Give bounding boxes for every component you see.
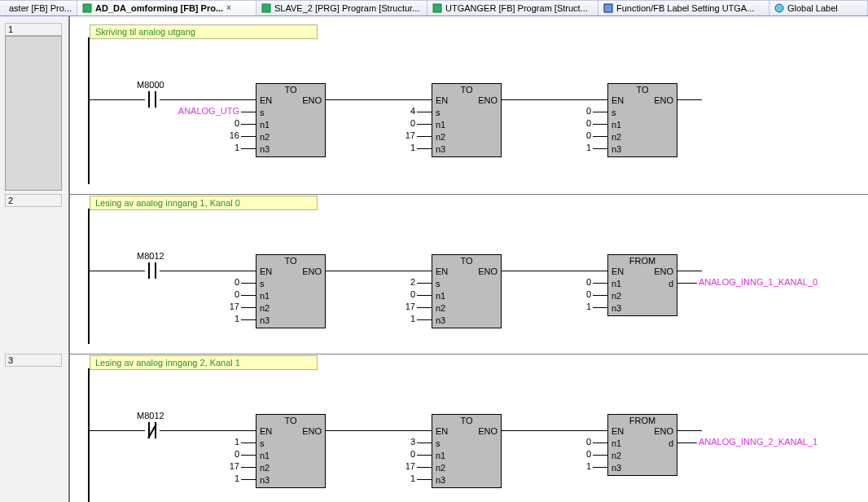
pin-value[interactable]: 17 (350, 461, 415, 471)
svg-rect-3 (433, 4, 441, 12)
rung-separator (70, 194, 868, 195)
function-block[interactable]: TOENENOsn1n2n3 (432, 83, 502, 157)
function-block[interactable]: TOENENOsn1n2n3 (607, 83, 677, 157)
pin-value[interactable]: 17 (174, 461, 239, 471)
wire (326, 430, 432, 431)
pin-value[interactable]: 1 (174, 473, 239, 483)
rung-label[interactable]: Lesing av analog inngang 2, Kanal 1 (90, 355, 318, 370)
fb-port-in: EN (612, 95, 624, 107)
function-block[interactable]: TOENENOsn1n2n3 (432, 414, 502, 488)
function-block[interactable]: TOENENOsn1n2n3 (432, 254, 502, 328)
fb-port-out: ENO (478, 95, 498, 107)
fb-port-out: d (669, 438, 673, 450)
fb-port-in: EN (436, 425, 448, 438)
pin-value[interactable]: 0 (526, 449, 591, 459)
function-block[interactable]: TOENENOsn1n2n3 (256, 254, 326, 328)
fb-port-in: n3 (436, 143, 445, 156)
tab-2[interactable]: SLAVE_2 [PRG] Program [Structur... (256, 0, 427, 15)
rung-number-3[interactable]: 3 (5, 354, 62, 367)
pin-value[interactable]: 1 (174, 143, 239, 152)
function-block[interactable]: TOENENOsn1n2n3 (256, 414, 326, 488)
pin-value[interactable]: 17 (350, 302, 415, 311)
fb-port-out: ENO (302, 95, 322, 107)
output-variable[interactable]: ANALOG_INNG_1_KANAL_0 (699, 277, 818, 287)
output-variable[interactable]: ANALOG_INNG_2_KANAL_1 (699, 437, 818, 447)
rung-number-2[interactable]: 2 (5, 194, 62, 207)
pin-value[interactable]: 1 (526, 143, 591, 152)
rung-gutter: 1 2 3 (0, 16, 70, 502)
pin-value[interactable]: 1 (350, 143, 415, 152)
pin-value[interactable]: 16 (174, 130, 239, 140)
program-icon (432, 3, 442, 13)
pin-value[interactable]: 1 (526, 302, 591, 311)
pin-value[interactable]: 0 (174, 449, 239, 459)
fb-port-in: n2 (436, 131, 445, 143)
fb-port-in: n1 (612, 438, 621, 450)
pin-value[interactable]: 0 (350, 449, 415, 459)
contact-nc[interactable] (145, 422, 160, 438)
fb-port-in: n1 (436, 119, 445, 131)
fb-port-in: EN (436, 95, 448, 107)
pin-value[interactable]: 3 (350, 437, 415, 447)
ladder-canvas[interactable]: Skriving til analog utgangM8000TOENENOsn… (70, 16, 868, 502)
pin-value[interactable]: 0 (350, 118, 415, 128)
fb-port-in: n2 (260, 302, 270, 315)
pin-value[interactable]: 0 (526, 437, 591, 447)
fb-title: TO (256, 415, 325, 425)
pin-value[interactable]: 2 (350, 277, 415, 287)
fb-port-out: ENO (654, 425, 673, 438)
svg-point-5 (775, 4, 783, 12)
pin-wire (241, 443, 256, 443)
fb-port-in: n2 (612, 290, 621, 302)
pin-value[interactable]: 0 (526, 118, 591, 128)
fb-title: TO (608, 84, 677, 95)
fb-port-in: n3 (260, 315, 270, 327)
pin-value[interactable]: 1 (174, 437, 239, 447)
pin-wire (417, 112, 432, 112)
rung-label[interactable]: Skriving til analog utgang (90, 24, 318, 39)
contact-no[interactable] (145, 91, 160, 108)
fb-port-in: n2 (436, 302, 445, 315)
tab-4[interactable]: Function/FB Label Setting UTGA... (598, 0, 769, 15)
pin-value[interactable]: 1 (350, 314, 415, 324)
pin-wire (417, 148, 432, 149)
svg-rect-1 (83, 4, 91, 12)
pin-value[interactable]: 17 (174, 302, 239, 311)
pin-value[interactable]: ANALOG_UTG (174, 106, 239, 116)
program-icon (261, 3, 271, 13)
pin-wire (593, 148, 607, 149)
function-block[interactable]: TOENENOsn1n2n3 (256, 83, 326, 157)
fb-title: TO (432, 84, 501, 95)
pin-value[interactable]: 0 (350, 289, 415, 299)
pin-value[interactable]: 17 (350, 130, 415, 140)
svg-rect-0 (5, 11, 6, 11)
pin-value[interactable]: 0 (526, 277, 591, 287)
pin-value[interactable]: 1 (526, 461, 591, 471)
rung-label[interactable]: Lesing av analog inngang 1, Kanal 0 (90, 196, 318, 210)
tab-3[interactable]: UTGANGER [FB] Program [Struct... (427, 0, 598, 15)
pin-value[interactable]: 4 (350, 106, 415, 116)
fb-port-in: EN (436, 266, 448, 278)
function-block[interactable]: FROMENENOn1dn2n3 (607, 414, 677, 476)
contact-no[interactable] (145, 262, 160, 279)
fb-port-in: n3 (436, 315, 445, 327)
tab-1[interactable]: AD_DA_omforming [FB] Pro... × (77, 0, 256, 15)
tab-5[interactable]: Global Label (769, 0, 868, 15)
pin-value[interactable]: 0 (526, 106, 591, 116)
pin-value[interactable]: 1 (174, 314, 239, 324)
pin-value[interactable]: 1 (350, 473, 415, 483)
pin-value[interactable]: 0 (526, 130, 591, 140)
wire (677, 99, 702, 100)
tab-label: aster [FB] Pro... (9, 3, 72, 13)
program-icon (5, 3, 6, 13)
pin-value[interactable]: 0 (174, 118, 239, 128)
rung-number-1[interactable]: 1 (5, 23, 62, 36)
pin-value[interactable]: 0 (174, 289, 239, 299)
pin-value[interactable]: 0 (174, 277, 239, 287)
pin-value[interactable]: 0 (526, 289, 591, 299)
contact-label: M8012 (137, 411, 164, 421)
close-icon[interactable]: × (226, 4, 235, 12)
wire (88, 99, 145, 100)
function-block[interactable]: FROMENENOn1dn2n3 (607, 254, 677, 316)
tab-0[interactable]: aster [FB] Pro... (0, 0, 77, 15)
